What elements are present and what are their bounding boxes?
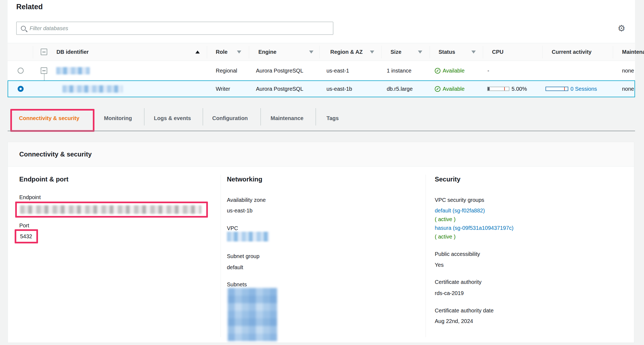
security-heading: Security	[435, 175, 461, 183]
subnet-group-label: Subnet group	[227, 253, 259, 260]
column-divider	[221, 175, 221, 337]
indeterminate-checkbox-icon	[41, 49, 47, 55]
cpu-cell: 5.00%	[487, 81, 527, 97]
search-icon	[21, 26, 26, 31]
panel-title: Connectivity & security	[19, 150, 92, 158]
certificate-authority-date-value: Aug 22nd, 2024	[435, 318, 473, 325]
vpc-security-groups-label: VPC security groups	[435, 196, 484, 203]
related-section-title: Related	[16, 3, 43, 11]
radio-on-icon	[18, 86, 24, 92]
maintenance-cell: none	[622, 61, 634, 80]
vpc-value-redacted[interactable]	[227, 232, 269, 242]
sort-ascending-icon[interactable]	[195, 43, 200, 61]
maintenance-cell: none	[622, 81, 634, 97]
tab-logs-events[interactable]: Logs & events	[154, 115, 191, 121]
header-divider	[249, 46, 249, 58]
annotation-highlight-endpoint	[15, 202, 208, 218]
select-all-checkbox[interactable]	[41, 43, 47, 61]
column-header-cpu[interactable]: CPU	[492, 43, 503, 61]
subnets-value-redacted[interactable]	[228, 288, 277, 341]
row-radio-selected[interactable]	[18, 81, 24, 97]
status-cell: ✓ Available	[435, 61, 465, 80]
security-group-link[interactable]: default (sg-f02fa882)	[435, 207, 485, 214]
tab-divider	[144, 108, 144, 126]
networking-heading: Networking	[227, 175, 262, 183]
certificate-authority-label: Certificate authority	[435, 278, 481, 286]
filter-size-icon[interactable]	[418, 43, 422, 61]
certificate-authority-date-label: Certificate authority date	[435, 307, 494, 314]
column-divider	[426, 175, 426, 337]
annotation-highlight-port: 5432	[15, 229, 38, 243]
cpu-cell: -	[487, 61, 489, 80]
column-header-role[interactable]: Role	[216, 43, 227, 61]
port-value: 5432	[20, 233, 32, 240]
column-header-region-az[interactable]: Region & AZ	[330, 43, 363, 61]
subnets-label: Subnets	[227, 281, 247, 288]
table-row-selected[interactable]: Writer Aurora PostgreSQL us-east-1b db.r…	[8, 80, 635, 97]
tab-configuration[interactable]: Configuration	[212, 115, 248, 121]
sessions-link[interactable]: 0 Sessions	[570, 85, 597, 92]
port-label: Port	[19, 222, 29, 229]
connectivity-security-panel: Connectivity & security Endpoint & port …	[8, 142, 634, 343]
annotation-highlight-active-tab	[10, 109, 94, 132]
security-group-status: ( active )	[435, 216, 456, 223]
role-cell: Regional	[216, 61, 237, 80]
db-identifier-redacted[interactable]	[62, 85, 123, 93]
status-text: Available	[443, 67, 465, 74]
table-header-row: DB identifier Role Engine Region & AZ Si…	[8, 43, 635, 61]
tab-divider	[316, 108, 316, 126]
security-group-status: ( active )	[435, 233, 456, 240]
availability-zone-value: us-east-1b	[227, 207, 253, 214]
tabs-underline	[8, 131, 635, 131]
header-divider	[542, 46, 543, 58]
header-divider	[430, 46, 430, 58]
column-header-maintenance[interactable]: Maintenance	[622, 43, 644, 61]
column-header-current-activity[interactable]: Current activity	[552, 43, 592, 61]
column-header-engine[interactable]: Engine	[258, 43, 277, 61]
column-header-size[interactable]: Size	[391, 43, 401, 61]
db-identifier-redacted[interactable]	[56, 67, 90, 74]
region-az-cell: us-east-1b	[326, 81, 352, 97]
filter-status-icon[interactable]	[471, 43, 476, 61]
region-az-cell: us-east-1	[326, 61, 349, 80]
filter-databases-field[interactable]	[16, 22, 333, 35]
current-activity-cell: 0 Sessions	[545, 81, 597, 97]
filter-databases-input[interactable]	[26, 22, 333, 34]
column-header-db-identifier[interactable]: DB identifier	[56, 43, 89, 61]
rds-console-page: { "colors": { "accent_orange": "#ec7211"…	[0, 0, 644, 345]
subnet-group-value: default	[227, 264, 243, 271]
security-group-link[interactable]: hasura (sg-09f531a109437197c)	[435, 224, 513, 231]
header-divider	[319, 46, 320, 58]
engine-cell: Aurora PostgreSQL	[256, 81, 303, 97]
header-divider	[33, 46, 33, 58]
status-cell: ✓ Available	[435, 81, 465, 97]
row-radio-unselected[interactable]	[18, 61, 24, 80]
detail-tabs: Connectivity & security Monitoring Logs …	[8, 97, 635, 131]
tab-tags[interactable]: Tags	[326, 115, 339, 121]
related-databases-panel: Related ⚙ DB identifier Role Engine Regi…	[8, 0, 635, 97]
table-preferences-gear-icon[interactable]: ⚙	[616, 23, 627, 34]
table-row[interactable]: Regional Aurora PostgreSQL us-east-1 1 i…	[8, 61, 635, 80]
status-available-icon: ✓	[435, 68, 440, 74]
header-divider	[381, 46, 382, 58]
tab-maintenance[interactable]: Maintenance	[271, 115, 303, 121]
filter-role-icon[interactable]	[237, 43, 241, 61]
header-divider	[483, 46, 483, 58]
filter-engine-icon[interactable]	[309, 43, 313, 61]
tab-monitoring[interactable]: Monitoring	[104, 115, 132, 121]
endpoint-port-heading: Endpoint & port	[19, 175, 68, 183]
availability-zone-label: Availability zone	[227, 196, 266, 203]
column-header-status[interactable]: Status	[439, 43, 455, 61]
cpu-gauge	[487, 87, 509, 91]
collapse-minus-icon	[41, 67, 47, 74]
cpu-percent: 5.00%	[512, 85, 527, 92]
public-accessibility-label: Public accessibility	[435, 250, 480, 258]
size-cell: db.r5.large	[387, 81, 413, 97]
tab-divider	[203, 108, 203, 126]
header-divider	[207, 46, 207, 58]
filter-region-icon[interactable]	[370, 43, 374, 61]
public-accessibility-value: Yes	[435, 261, 444, 268]
status-available-icon: ✓	[435, 86, 440, 92]
endpoint-value-redacted[interactable]	[20, 205, 201, 214]
certificate-authority-value: rds-ca-2019	[435, 290, 464, 297]
